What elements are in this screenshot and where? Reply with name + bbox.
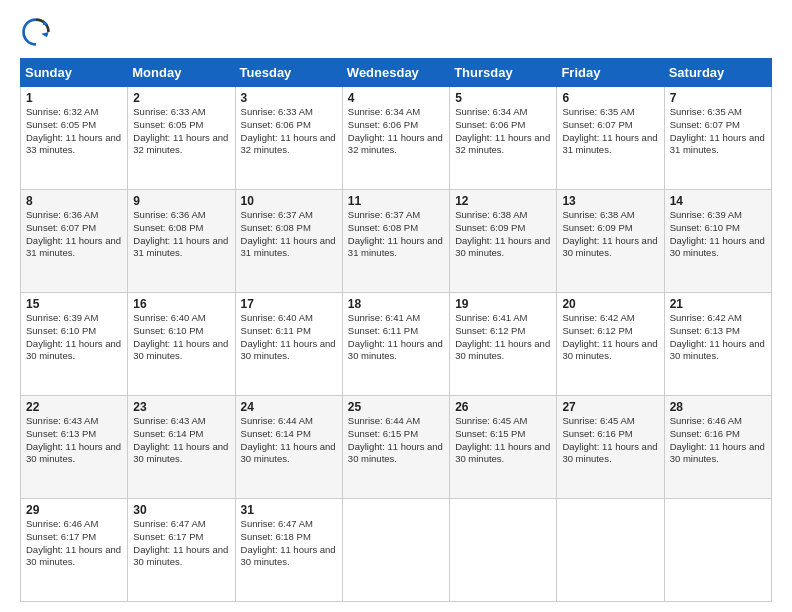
day-number: 9 <box>133 194 229 208</box>
day-info: Sunrise: 6:45 AMSunset: 6:15 PMDaylight:… <box>455 415 551 466</box>
day-info: Sunrise: 6:39 AMSunset: 6:10 PMDaylight:… <box>670 209 766 260</box>
day-number: 19 <box>455 297 551 311</box>
day-number: 29 <box>26 503 122 517</box>
weekday-header-row: SundayMondayTuesdayWednesdayThursdayFrid… <box>21 59 772 87</box>
calendar-cell: 4 Sunrise: 6:34 AMSunset: 6:06 PMDayligh… <box>342 87 449 190</box>
calendar-cell <box>557 499 664 602</box>
day-info: Sunrise: 6:33 AMSunset: 6:05 PMDaylight:… <box>133 106 229 157</box>
day-number: 8 <box>26 194 122 208</box>
day-info: Sunrise: 6:46 AMSunset: 6:16 PMDaylight:… <box>670 415 766 466</box>
calendar-cell: 13 Sunrise: 6:38 AMSunset: 6:09 PMDaylig… <box>557 190 664 293</box>
day-info: Sunrise: 6:36 AMSunset: 6:07 PMDaylight:… <box>26 209 122 260</box>
day-info: Sunrise: 6:47 AMSunset: 6:18 PMDaylight:… <box>241 518 337 569</box>
day-info: Sunrise: 6:37 AMSunset: 6:08 PMDaylight:… <box>348 209 444 260</box>
day-info: Sunrise: 6:35 AMSunset: 6:07 PMDaylight:… <box>562 106 658 157</box>
day-info: Sunrise: 6:37 AMSunset: 6:08 PMDaylight:… <box>241 209 337 260</box>
day-info: Sunrise: 6:44 AMSunset: 6:15 PMDaylight:… <box>348 415 444 466</box>
day-info: Sunrise: 6:47 AMSunset: 6:17 PMDaylight:… <box>133 518 229 569</box>
calendar-cell <box>664 499 771 602</box>
day-info: Sunrise: 6:41 AMSunset: 6:12 PMDaylight:… <box>455 312 551 363</box>
calendar-cell: 5 Sunrise: 6:34 AMSunset: 6:06 PMDayligh… <box>450 87 557 190</box>
calendar-cell: 6 Sunrise: 6:35 AMSunset: 6:07 PMDayligh… <box>557 87 664 190</box>
calendar-cell: 17 Sunrise: 6:40 AMSunset: 6:11 PMDaylig… <box>235 293 342 396</box>
calendar-week-4: 22 Sunrise: 6:43 AMSunset: 6:13 PMDaylig… <box>21 396 772 499</box>
calendar-cell: 26 Sunrise: 6:45 AMSunset: 6:15 PMDaylig… <box>450 396 557 499</box>
calendar-cell: 24 Sunrise: 6:44 AMSunset: 6:14 PMDaylig… <box>235 396 342 499</box>
day-number: 3 <box>241 91 337 105</box>
calendar-cell: 3 Sunrise: 6:33 AMSunset: 6:06 PMDayligh… <box>235 87 342 190</box>
calendar-cell: 10 Sunrise: 6:37 AMSunset: 6:08 PMDaylig… <box>235 190 342 293</box>
weekday-header-saturday: Saturday <box>664 59 771 87</box>
weekday-header-thursday: Thursday <box>450 59 557 87</box>
calendar-week-5: 29 Sunrise: 6:46 AMSunset: 6:17 PMDaylig… <box>21 499 772 602</box>
day-info: Sunrise: 6:46 AMSunset: 6:17 PMDaylight:… <box>26 518 122 569</box>
day-number: 12 <box>455 194 551 208</box>
day-number: 21 <box>670 297 766 311</box>
day-info: Sunrise: 6:33 AMSunset: 6:06 PMDaylight:… <box>241 106 337 157</box>
weekday-header-friday: Friday <box>557 59 664 87</box>
calendar-week-3: 15 Sunrise: 6:39 AMSunset: 6:10 PMDaylig… <box>21 293 772 396</box>
day-number: 4 <box>348 91 444 105</box>
calendar-cell: 7 Sunrise: 6:35 AMSunset: 6:07 PMDayligh… <box>664 87 771 190</box>
calendar-cell: 11 Sunrise: 6:37 AMSunset: 6:08 PMDaylig… <box>342 190 449 293</box>
logo-icon <box>20 16 52 48</box>
calendar-cell: 9 Sunrise: 6:36 AMSunset: 6:08 PMDayligh… <box>128 190 235 293</box>
day-info: Sunrise: 6:43 AMSunset: 6:14 PMDaylight:… <box>133 415 229 466</box>
day-number: 18 <box>348 297 444 311</box>
calendar-cell <box>450 499 557 602</box>
day-number: 5 <box>455 91 551 105</box>
weekday-header-wednesday: Wednesday <box>342 59 449 87</box>
calendar-cell: 8 Sunrise: 6:36 AMSunset: 6:07 PMDayligh… <box>21 190 128 293</box>
day-number: 23 <box>133 400 229 414</box>
day-number: 26 <box>455 400 551 414</box>
calendar-cell <box>342 499 449 602</box>
calendar-cell: 19 Sunrise: 6:41 AMSunset: 6:12 PMDaylig… <box>450 293 557 396</box>
calendar-table: SundayMondayTuesdayWednesdayThursdayFrid… <box>20 58 772 602</box>
day-number: 14 <box>670 194 766 208</box>
day-info: Sunrise: 6:40 AMSunset: 6:11 PMDaylight:… <box>241 312 337 363</box>
day-number: 17 <box>241 297 337 311</box>
calendar-cell: 22 Sunrise: 6:43 AMSunset: 6:13 PMDaylig… <box>21 396 128 499</box>
day-info: Sunrise: 6:42 AMSunset: 6:12 PMDaylight:… <box>562 312 658 363</box>
calendar-week-2: 8 Sunrise: 6:36 AMSunset: 6:07 PMDayligh… <box>21 190 772 293</box>
day-info: Sunrise: 6:34 AMSunset: 6:06 PMDaylight:… <box>455 106 551 157</box>
day-info: Sunrise: 6:42 AMSunset: 6:13 PMDaylight:… <box>670 312 766 363</box>
page: SundayMondayTuesdayWednesdayThursdayFrid… <box>0 0 792 612</box>
calendar-cell: 25 Sunrise: 6:44 AMSunset: 6:15 PMDaylig… <box>342 396 449 499</box>
calendar-week-1: 1 Sunrise: 6:32 AMSunset: 6:05 PMDayligh… <box>21 87 772 190</box>
day-info: Sunrise: 6:38 AMSunset: 6:09 PMDaylight:… <box>562 209 658 260</box>
calendar-cell: 12 Sunrise: 6:38 AMSunset: 6:09 PMDaylig… <box>450 190 557 293</box>
day-number: 22 <box>26 400 122 414</box>
day-number: 2 <box>133 91 229 105</box>
day-number: 24 <box>241 400 337 414</box>
calendar-cell: 31 Sunrise: 6:47 AMSunset: 6:18 PMDaylig… <box>235 499 342 602</box>
calendar-cell: 27 Sunrise: 6:45 AMSunset: 6:16 PMDaylig… <box>557 396 664 499</box>
calendar-cell: 30 Sunrise: 6:47 AMSunset: 6:17 PMDaylig… <box>128 499 235 602</box>
day-info: Sunrise: 6:32 AMSunset: 6:05 PMDaylight:… <box>26 106 122 157</box>
day-number: 13 <box>562 194 658 208</box>
day-info: Sunrise: 6:35 AMSunset: 6:07 PMDaylight:… <box>670 106 766 157</box>
header <box>20 16 772 48</box>
calendar-cell: 28 Sunrise: 6:46 AMSunset: 6:16 PMDaylig… <box>664 396 771 499</box>
day-number: 30 <box>133 503 229 517</box>
weekday-header-tuesday: Tuesday <box>235 59 342 87</box>
day-info: Sunrise: 6:40 AMSunset: 6:10 PMDaylight:… <box>133 312 229 363</box>
day-number: 1 <box>26 91 122 105</box>
day-number: 6 <box>562 91 658 105</box>
calendar-cell: 16 Sunrise: 6:40 AMSunset: 6:10 PMDaylig… <box>128 293 235 396</box>
day-info: Sunrise: 6:44 AMSunset: 6:14 PMDaylight:… <box>241 415 337 466</box>
calendar-cell: 20 Sunrise: 6:42 AMSunset: 6:12 PMDaylig… <box>557 293 664 396</box>
day-number: 20 <box>562 297 658 311</box>
day-info: Sunrise: 6:34 AMSunset: 6:06 PMDaylight:… <box>348 106 444 157</box>
calendar-cell: 21 Sunrise: 6:42 AMSunset: 6:13 PMDaylig… <box>664 293 771 396</box>
calendar-cell: 18 Sunrise: 6:41 AMSunset: 6:11 PMDaylig… <box>342 293 449 396</box>
calendar-cell: 23 Sunrise: 6:43 AMSunset: 6:14 PMDaylig… <box>128 396 235 499</box>
day-number: 27 <box>562 400 658 414</box>
day-info: Sunrise: 6:45 AMSunset: 6:16 PMDaylight:… <box>562 415 658 466</box>
day-number: 16 <box>133 297 229 311</box>
day-number: 15 <box>26 297 122 311</box>
day-info: Sunrise: 6:38 AMSunset: 6:09 PMDaylight:… <box>455 209 551 260</box>
day-number: 7 <box>670 91 766 105</box>
day-number: 28 <box>670 400 766 414</box>
day-number: 10 <box>241 194 337 208</box>
